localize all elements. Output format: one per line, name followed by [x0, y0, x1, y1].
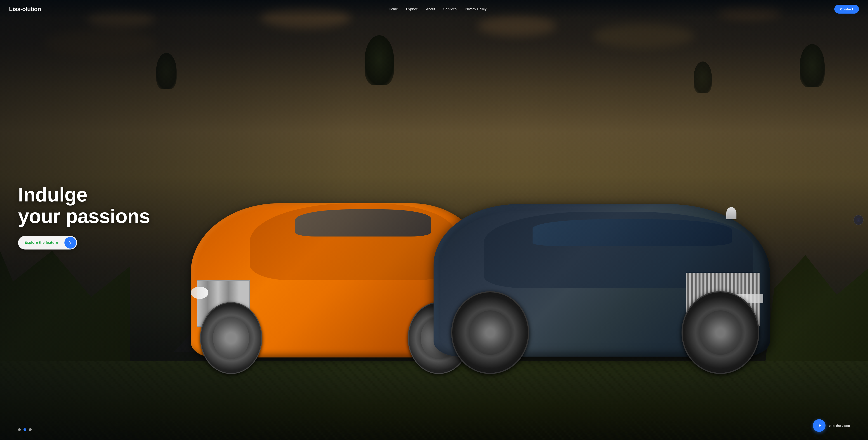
nav-link-home[interactable]: Home: [389, 7, 398, 11]
hero-headline-line1: Indulge: [18, 183, 87, 206]
arrow-right-icon: [68, 240, 73, 245]
nav-link-services[interactable]: Services: [443, 7, 457, 11]
cars-container: [87, 132, 825, 374]
hero-section: Liss-olution Home Explore About Services…: [0, 0, 868, 440]
car-orange-window: [295, 209, 431, 236]
car-orange-roof: [250, 203, 456, 281]
slide-dot-3[interactable]: [29, 428, 32, 431]
explore-button-label: Explore the feature: [18, 237, 64, 248]
svg-point-1: [857, 220, 858, 221]
car-orange-wheel-back: [200, 302, 262, 374]
nav-item-privacy[interactable]: Privacy Policy: [465, 7, 487, 11]
car-dark-wheel-back: [451, 291, 529, 374]
car-dark-window: [532, 219, 732, 246]
slide-indicators: [18, 428, 32, 431]
dark-wheel-hub-back: [469, 311, 511, 355]
explore-arrow-icon: [64, 237, 76, 249]
hero-content: Indulge your passions Explore the featur…: [18, 184, 150, 250]
chat-icon: [856, 217, 861, 223]
car-dark-hood-ornament: [726, 207, 737, 219]
nav-link-explore[interactable]: Explore: [406, 7, 418, 11]
brand-logo: Liss-olution: [9, 6, 41, 13]
video-play-button[interactable]: [813, 419, 826, 432]
nav-item-home[interactable]: Home: [389, 7, 398, 11]
slide-dot-2[interactable]: [24, 428, 26, 431]
wheel-hub-back: [213, 317, 249, 359]
nav-links: Home Explore About Services Privacy Poli…: [389, 7, 487, 11]
video-button-container[interactable]: See the video: [813, 419, 850, 432]
nav-item-about[interactable]: About: [426, 7, 435, 11]
play-icon: [817, 423, 822, 428]
hero-headline: Indulge your passions: [18, 184, 150, 227]
nav-item-services[interactable]: Services: [443, 7, 457, 11]
video-label: See the video: [829, 424, 850, 428]
car-orange-headlight-left: [191, 287, 209, 299]
explore-feature-button[interactable]: Explore the feature: [18, 236, 77, 250]
car-dark: [434, 156, 788, 374]
nav-item-explore[interactable]: Explore: [406, 7, 418, 11]
nav-link-about[interactable]: About: [426, 7, 435, 11]
hero-headline-line2: your passions: [18, 205, 150, 227]
contact-button[interactable]: Contact: [834, 5, 859, 13]
dark-wheel-hub-front: [700, 311, 741, 355]
svg-point-3: [859, 220, 860, 221]
chat-widget[interactable]: [854, 215, 864, 225]
svg-point-2: [858, 220, 859, 221]
car-dark-wheel-front: [682, 291, 760, 374]
nav-link-privacy[interactable]: Privacy Policy: [465, 7, 487, 11]
slide-dot-1[interactable]: [18, 428, 21, 431]
navbar: Liss-olution Home Explore About Services…: [0, 0, 868, 18]
